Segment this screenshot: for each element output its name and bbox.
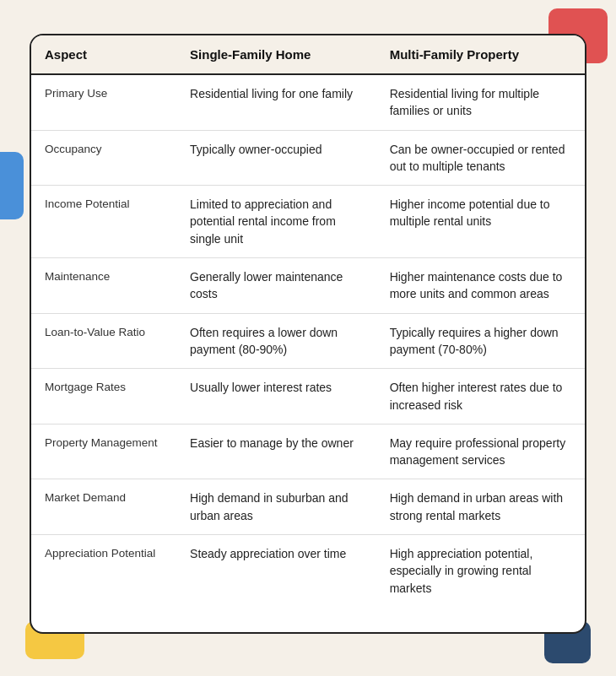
cell-aspect: Primary Use [31, 74, 176, 130]
cell-multi-family: High demand in urban areas with strong r… [376, 479, 585, 535]
cell-single-family: Steady appreciation over time [176, 535, 376, 607]
cell-multi-family: Typically requires a higher down payment… [376, 313, 585, 369]
cell-single-family: Typically owner-occupied [176, 130, 376, 186]
table-row: Income PotentialLimited to appreciation … [31, 186, 585, 258]
cell-aspect: Market Demand [31, 479, 176, 535]
comparison-table-container: Aspect Single-Family Home Multi-Family P… [30, 34, 586, 634]
cell-aspect: Maintenance [31, 258, 176, 314]
table-row: MaintenanceGenerally lower maintenance c… [31, 258, 585, 314]
header-multi-family: Multi-Family Property [376, 35, 585, 74]
cell-aspect: Property Management [31, 424, 176, 479]
cell-multi-family: Higher income potential due to multiple … [376, 186, 585, 258]
cell-single-family: Limited to appreciation and potential re… [176, 186, 376, 258]
cell-multi-family: Often higher interest rates due to incre… [376, 369, 585, 425]
table-row: Appreciation PotentialSteady appreciatio… [31, 535, 585, 607]
cell-multi-family: May require professional property manage… [376, 424, 585, 479]
header-single-family: Single-Family Home [176, 35, 376, 74]
cell-aspect: Loan-to-Value Ratio [31, 313, 176, 369]
cell-multi-family: Higher maintenance costs due to more uni… [376, 258, 585, 314]
cell-aspect: Occupancy [31, 130, 176, 186]
table-row: OccupancyTypically owner-occupiedCan be … [31, 130, 585, 186]
cell-single-family: Usually lower interest rates [176, 369, 376, 425]
table-row: Primary UseResidential living for one fa… [31, 74, 585, 130]
comparison-table: Aspect Single-Family Home Multi-Family P… [31, 35, 585, 607]
header-aspect: Aspect [31, 35, 176, 74]
cell-single-family: High demand in suburban and urban areas [176, 479, 376, 535]
decoration-blue [0, 152, 24, 219]
table-row: Mortgage RatesUsually lower interest rat… [31, 369, 585, 425]
table-row: Property ManagementEasier to manage by t… [31, 424, 585, 479]
cell-multi-family: High appreciation potential, especially … [376, 535, 585, 607]
table-header-row: Aspect Single-Family Home Multi-Family P… [31, 35, 585, 74]
cell-multi-family: Residential living for multiple families… [376, 74, 585, 130]
cell-single-family: Often requires a lower down payment (80-… [176, 313, 376, 369]
cell-single-family: Residential living for one family [176, 74, 376, 130]
table-row: Loan-to-Value RatioOften requires a lowe… [31, 313, 585, 369]
cell-multi-family: Can be owner-occupied or rented out to m… [376, 130, 585, 186]
cell-single-family: Generally lower maintenance costs [176, 258, 376, 314]
cell-single-family: Easier to manage by the owner [176, 424, 376, 479]
table-row: Market DemandHigh demand in suburban and… [31, 479, 585, 535]
cell-aspect: Mortgage Rates [31, 369, 176, 425]
cell-aspect: Income Potential [31, 186, 176, 258]
cell-aspect: Appreciation Potential [31, 535, 176, 607]
